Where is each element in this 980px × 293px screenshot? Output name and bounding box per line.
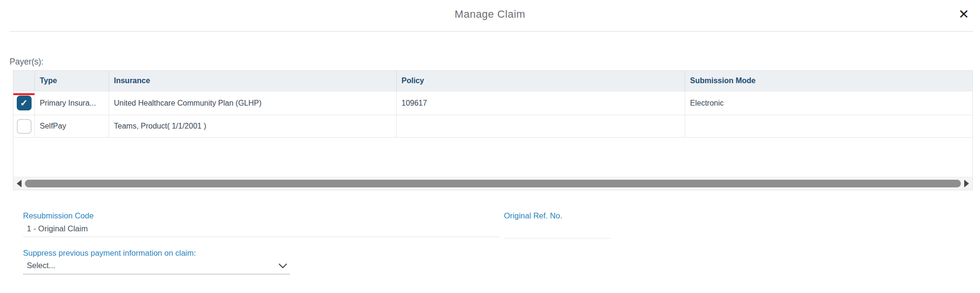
header-divider (10, 31, 973, 32)
table-row[interactable]: ✓ Primary Insura... United Healthcare Co… (13, 91, 972, 115)
cell-type: SelfPay (34, 115, 109, 137)
suppress-payment-select[interactable]: Select... (23, 258, 290, 274)
cell-policy (396, 115, 685, 137)
header-checkbox-col (13, 71, 34, 91)
original-ref-no-label: Original Ref. No. (504, 211, 611, 220)
manage-claim-dialog: Manage Claim ✕ Payer(s): Type Insurance … (0, 0, 980, 293)
resubmission-code-field: Resubmission Code 1 - Original Claim (23, 211, 500, 237)
cell-submission-mode: Electronic (685, 91, 972, 115)
cell-submission-mode (685, 115, 972, 137)
header-policy: Policy (396, 71, 685, 91)
suppress-payment-label: Suppress previous payment information on… (23, 249, 290, 258)
payers-table: Type Insurance Policy Submission Mode ✓ … (13, 70, 973, 190)
resubmission-code-label: Resubmission Code (23, 211, 500, 220)
cell-policy: 109617 (396, 91, 685, 115)
selfpay-checkbox[interactable] (17, 119, 32, 134)
chevron-down-icon (278, 263, 287, 269)
scrollbar-thumb[interactable] (25, 180, 961, 187)
suppress-payment-field: Suppress previous payment information on… (23, 249, 290, 274)
cell-type: Primary Insura... (34, 91, 109, 115)
page-title: Manage Claim (0, 8, 980, 21)
payers-label: Payer(s): (10, 57, 44, 67)
table-header-row: Type Insurance Policy Submission Mode (13, 71, 972, 91)
original-ref-no-field: Original Ref. No. (504, 211, 611, 239)
checkbox-cell (13, 115, 34, 137)
cell-insurance: United Healthcare Community Plan (GLHP) (109, 91, 396, 115)
resubmission-code-input[interactable]: 1 - Original Claim (23, 220, 500, 237)
scroll-left-icon[interactable] (17, 180, 22, 187)
table-row[interactable]: SelfPay Teams, Product( 1/1/2001 ) (13, 115, 972, 137)
header-type: Type (34, 71, 109, 91)
header-submission-mode: Submission Mode (685, 71, 972, 91)
checkbox-cell: ✓ (13, 91, 34, 115)
original-ref-no-input[interactable] (504, 220, 611, 238)
table-empty-area (13, 137, 972, 177)
scrollbar-track[interactable] (25, 177, 961, 190)
primary-payer-checkbox[interactable]: ✓ (17, 96, 32, 110)
header-insurance: Insurance (109, 71, 396, 91)
suppress-payment-selected-value: Select... (23, 258, 56, 274)
close-icon[interactable]: ✕ (955, 6, 972, 23)
horizontal-scrollbar[interactable] (13, 177, 972, 190)
scroll-right-icon[interactable] (964, 180, 969, 187)
cell-insurance: Teams, Product( 1/1/2001 ) (109, 115, 396, 137)
